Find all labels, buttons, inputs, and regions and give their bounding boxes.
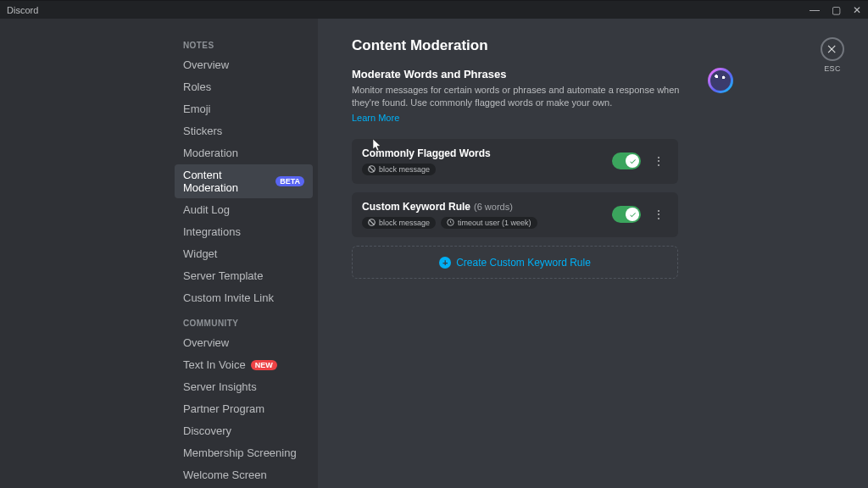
settings-sidebar: NOTESOverviewRolesEmojiStickersModeratio… <box>170 19 318 488</box>
sidebar-item-label: Partner Program <box>183 402 264 415</box>
rule-action-tag: block message <box>362 217 436 229</box>
close-icon <box>826 43 838 55</box>
plus-icon: + <box>439 257 451 269</box>
rule-toggle[interactable] <box>612 152 641 169</box>
rule-action-tag: block message <box>362 164 436 175</box>
close-window-button[interactable]: ✕ <box>853 4 861 16</box>
sidebar-item-welcome-screen[interactable]: Welcome Screen <box>175 464 313 485</box>
rule-more-button[interactable]: ⋮ <box>649 207 668 222</box>
sidebar-item-server-template[interactable]: Server Template <box>175 265 313 286</box>
sidebar-item-label: Integrations <box>183 225 241 238</box>
sidebar-item-moderation[interactable]: Moderation <box>175 142 313 164</box>
sidebar-badge: NEW <box>251 360 277 370</box>
rule-card[interactable]: Commonly Flagged Wordsblock message⋮ <box>352 139 678 184</box>
sidebar-item-server-insights[interactable]: Server Insights <box>175 376 313 397</box>
sidebar-item-membership-screening[interactable]: Membership Screening <box>175 442 313 463</box>
sidebar-item-label: Content Moderation <box>183 169 270 194</box>
sidebar-item-label: Text In Voice <box>183 358 246 371</box>
sidebar-item-label: Moderation <box>183 147 238 159</box>
learn-more-link[interactable]: Learn More <box>352 113 399 123</box>
sidebar-item-partner-program[interactable]: Partner Program <box>175 398 313 419</box>
section-description: Monitor messages for certain words or ph… <box>352 84 694 110</box>
left-spacer <box>0 19 170 488</box>
check-icon <box>629 158 637 165</box>
sidebar-item-overview[interactable]: Overview <box>175 54 313 75</box>
rule-title: Custom Keyword Rule(6 words) <box>362 201 612 213</box>
minimize-button[interactable]: — <box>810 4 820 16</box>
sidebar-item-label: Discovery <box>183 424 231 437</box>
sidebar-item-community-overview[interactable]: Overview <box>175 332 313 353</box>
sidebar-item-label: Roles <box>183 80 211 93</box>
sidebar-item-roles[interactable]: Roles <box>175 76 313 97</box>
close-button[interactable] <box>821 37 844 61</box>
sidebar-item-label: Widget <box>183 247 217 260</box>
create-rule-label: Create Custom Keyword Rule <box>456 257 591 269</box>
window-controls: — ▢ ✕ <box>810 4 861 16</box>
rule-more-button[interactable]: ⋮ <box>649 153 668 169</box>
rule-title: Commonly Flagged Words <box>362 147 612 159</box>
sidebar-item-label: Custom Invite Link <box>183 291 274 304</box>
block-icon <box>368 165 376 173</box>
sidebar-item-label: Server Template <box>183 269 263 282</box>
sidebar-item-label: Welcome Screen <box>183 469 267 481</box>
sidebar-item-label: Stickers <box>183 125 222 137</box>
block-icon <box>368 219 376 226</box>
rule-toggle[interactable] <box>612 206 641 223</box>
clock-icon <box>447 219 454 226</box>
titlebar: Discord — ▢ ✕ <box>0 0 868 19</box>
sidebar-badge: BETA <box>275 176 304 186</box>
rule-card[interactable]: Custom Keyword Rule(6 words)block messag… <box>352 192 678 237</box>
app-title: Discord <box>7 5 38 15</box>
maximize-button[interactable]: ▢ <box>832 4 841 16</box>
sidebar-item-stickers[interactable]: Stickers <box>175 120 313 141</box>
sidebar-item-label: Audit Log <box>183 203 230 216</box>
app-body: NOTESOverviewRolesEmojiStickersModeratio… <box>0 19 868 488</box>
rule-list: Commonly Flagged Wordsblock message⋮Cust… <box>352 139 678 237</box>
svg-line-3 <box>370 220 375 225</box>
sidebar-item-label: Server Insights <box>183 380 257 393</box>
sidebar-item-audit-log[interactable]: Audit Log <box>175 199 313 220</box>
page-title: Content Moderation <box>352 37 834 54</box>
sidebar-item-label: Overview <box>183 58 229 71</box>
sidebar-item-integrations[interactable]: Integrations <box>175 221 313 242</box>
sidebar-section-label: COMMUNITY <box>175 315 313 331</box>
sidebar-item-label: Emoji <box>183 103 211 115</box>
sidebar-item-emoji[interactable]: Emoji <box>175 98 313 119</box>
section-title: Moderate Words and Phrases <box>352 68 694 80</box>
sidebar-item-label: Overview <box>183 336 229 349</box>
close-settings: ESC <box>821 37 844 73</box>
sidebar-item-discovery[interactable]: Discovery <box>175 420 313 441</box>
sidebar-item-widget[interactable]: Widget <box>175 243 313 264</box>
close-label: ESC <box>821 64 844 73</box>
sidebar-section-label: NOTES <box>175 37 313 53</box>
rule-action-tag: timeout user (1 week) <box>441 217 537 229</box>
sidebar-item-content-moderation[interactable]: Content ModerationBETA <box>175 164 313 198</box>
create-rule-button[interactable]: + Create Custom Keyword Rule <box>352 246 678 279</box>
main-content: ESC Content Moderation Moderate Words an… <box>318 19 868 488</box>
feature-illustration <box>708 68 733 93</box>
rule-count: (6 words) <box>474 202 513 212</box>
section-header: Moderate Words and Phrases Monitor messa… <box>352 68 733 124</box>
sidebar-item-label: Membership Screening <box>183 446 297 459</box>
sidebar-item-text-in-voice[interactable]: Text In VoiceNEW <box>175 354 313 375</box>
svg-line-1 <box>370 167 375 172</box>
check-icon <box>629 211 637 219</box>
sidebar-item-custom-invite-link[interactable]: Custom Invite Link <box>175 287 313 308</box>
